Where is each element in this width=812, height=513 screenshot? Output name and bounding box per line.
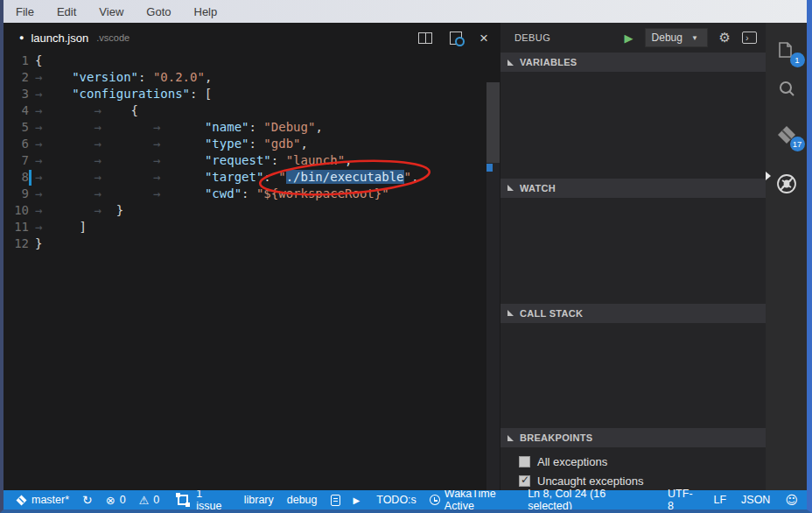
variables-body [500, 72, 766, 179]
tab-launch-json[interactable]: launch.json [31, 32, 88, 45]
twistie-icon [508, 310, 514, 316]
line-number: 1 [4, 53, 35, 69]
line-number: 10 [4, 202, 35, 219]
debug-panel-title: DEBUG [514, 32, 550, 43]
debug-console-icon[interactable]: › [742, 32, 757, 44]
menu-item-edit[interactable]: Edit [57, 5, 76, 18]
menu-item-view[interactable]: View [99, 5, 123, 18]
search-icon[interactable] [774, 76, 800, 102]
code-line[interactable]: 4→ → { [4, 102, 500, 119]
start-debug-icon[interactable]: ▶ [625, 32, 634, 45]
code-line[interactable]: 12} [4, 235, 500, 252]
menu-bar: File Edit View Goto Help [4, 0, 807, 23]
markdown-doc-icon[interactable] [331, 495, 340, 506]
feedback-smiley-icon[interactable]: ☺ [785, 493, 798, 507]
code-lines: 1{2→ "version": "0.2.0",3→ "configuratio… [4, 53, 500, 252]
section-call-stack-label: CALL STACK [520, 308, 583, 319]
debug-no-bug-icon[interactable] [774, 171, 800, 197]
explorer-badge: 1 [790, 53, 805, 67]
git-icon[interactable]: 17 [774, 122, 800, 148]
warning-icon: ⚠ [139, 494, 150, 507]
tab-folder-label: .vscode [96, 32, 130, 43]
status-issues[interactable]: 1 issue [178, 488, 230, 512]
code-line[interactable]: 7→ → → "request": "launch", [4, 152, 500, 169]
twistie-icon [508, 435, 514, 441]
status-warnings[interactable]: ⚠ 0 [139, 494, 160, 507]
section-variables[interactable]: VARIABLES [500, 53, 766, 72]
activity-bar: 1 17 [766, 23, 807, 490]
code-line[interactable]: 3→ "configurations": [ [4, 86, 500, 102]
status-wakatime[interactable]: WakaTime Active [430, 488, 528, 512]
error-icon: ⊗ [106, 494, 116, 507]
section-variables-label: VARIABLES [520, 57, 577, 67]
line-number: 12 [4, 235, 35, 252]
watch-body [500, 198, 766, 304]
code-line[interactable]: 9→ → → "cwd": "${workspaceRoot}" [4, 186, 500, 202]
clock-icon [430, 495, 440, 505]
debug-panel-header: DEBUG ▶ Debug ▼ ⚙ › [500, 23, 766, 53]
editor-actions: × [418, 31, 488, 46]
code-line[interactable]: 1{ [4, 53, 500, 69]
section-watch[interactable]: WATCH [500, 179, 766, 198]
line-number: 6 [4, 136, 35, 152]
breakpoint-label: All exceptions [537, 455, 607, 468]
gear-icon[interactable]: ⚙ [719, 30, 731, 46]
call-stack-body [500, 323, 766, 428]
encoding-indicator[interactable]: UTF-8 [668, 488, 698, 512]
section-breakpoints[interactable]: BREAKPOINTS [500, 428, 766, 447]
debug-sidebar: DEBUG ▶ Debug ▼ ⚙ › VARIABLES WATCH CALL… [500, 23, 766, 490]
twistie-icon [508, 60, 514, 66]
line-number: 4 [4, 102, 35, 119]
code-line[interactable]: 5→ → → "name": "Debug", [4, 119, 500, 136]
close-icon[interactable]: × [480, 31, 488, 46]
status-debug[interactable]: debug [287, 494, 318, 506]
checkbox-checked[interactable] [519, 475, 530, 487]
editor-tab-bar: ● launch.json .vscode × [4, 23, 500, 53]
code-line[interactable]: 2→ "version": "0.2.0", [4, 69, 500, 86]
breakpoints-body: All exceptionsUncaught exceptions [500, 447, 766, 490]
sync-icon[interactable]: ↻ [82, 493, 93, 507]
status-todo[interactable]: TODO:s [376, 494, 416, 506]
status-bar: master* ↻ ⊗ 0 ⚠ 0 1 issue library debug … [4, 490, 807, 509]
section-call-stack[interactable]: CALL STACK [500, 304, 766, 323]
line-number: 5 [4, 119, 35, 136]
status-errors[interactable]: ⊗ 0 [106, 494, 126, 507]
code-line[interactable]: 8→ → → "target": "./bin/executable", [4, 169, 500, 186]
explorer-icon[interactable]: 1 [774, 38, 800, 64]
issues-icon [178, 495, 188, 505]
open-preview-icon[interactable] [450, 32, 462, 45]
code-line[interactable]: 6→ → → "type": "gdb", [4, 136, 500, 152]
code-line[interactable]: 11→ ] [4, 219, 500, 235]
section-watch-label: WATCH [520, 183, 556, 193]
language-indicator[interactable]: JSON [741, 494, 770, 506]
line-number: 2 [4, 69, 35, 86]
play-icon[interactable]: ▶ [354, 495, 360, 505]
line-number: 3 [4, 86, 35, 102]
text-cursor [29, 170, 32, 186]
code-editor[interactable]: 1{2→ "version": "0.2.0",3→ "configuratio… [4, 53, 500, 490]
git-branch-icon [16, 495, 27, 506]
git-badge: 17 [790, 137, 805, 151]
line-number: 9 [4, 186, 35, 202]
editor-region: ● launch.json .vscode × 1{2→ "version": … [4, 23, 500, 490]
editor-scrollbar-thumb[interactable] [486, 82, 500, 163]
debug-config-dropdown[interactable]: Debug ▼ [645, 28, 708, 47]
status-library[interactable]: library [244, 494, 274, 506]
line-number: 7 [4, 152, 35, 169]
overview-selection-marker [486, 164, 493, 172]
status-git-branch[interactable]: master* [16, 494, 69, 506]
cursor-position[interactable]: Ln 8, Col 24 (16 selected) [528, 488, 653, 512]
code-line[interactable]: 10→ → } [4, 202, 500, 219]
menu-item-file[interactable]: File [16, 5, 34, 18]
active-view-indicator-icon [766, 172, 771, 180]
debug-config-value: Debug [652, 32, 682, 44]
eol-indicator[interactable]: LF [713, 494, 726, 506]
section-breakpoints-label: BREAKPOINTS [520, 432, 592, 443]
twistie-icon [508, 185, 514, 191]
split-editor-icon[interactable] [418, 32, 432, 44]
menu-item-help[interactable]: Help [194, 5, 218, 18]
main-area: ● launch.json .vscode × 1{2→ "version": … [4, 23, 807, 490]
menu-item-goto[interactable]: Goto [146, 5, 171, 18]
checkbox-unchecked[interactable] [519, 456, 530, 467]
breakpoint-row[interactable]: All exceptions [500, 452, 766, 471]
